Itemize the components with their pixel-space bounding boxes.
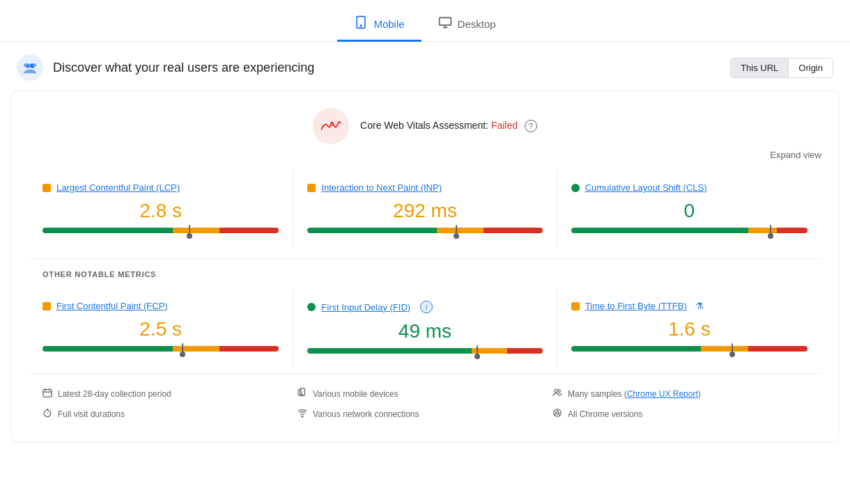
lcp-dot [42, 184, 51, 192]
fid-bar-marker [477, 345, 478, 356]
footer-chrome-versions: All Chrome versions [552, 405, 808, 423]
footer-collection-period: Latest 28-day collection period [42, 385, 298, 402]
fcp-bar [42, 346, 279, 352]
ttfb-bar [571, 346, 808, 352]
footer-mobile-devices: Various mobile devices [298, 385, 552, 402]
tab-mobile[interactable]: Mobile [337, 8, 421, 42]
svg-rect-10 [43, 390, 52, 397]
lcp-bar-red [219, 228, 279, 233]
metric-lcp: Largest Contentful Paint (LCP) 2.8 s [29, 171, 293, 247]
avatar [17, 54, 43, 81]
header-left: Discover what your real users are experi… [17, 54, 314, 81]
chrome-ux-report-link[interactable]: Chrome UX Report [627, 389, 698, 399]
footer-network-text: Various network connections [313, 409, 419, 419]
cls-dot [571, 184, 580, 192]
footer-many-samples-text: Many samples (Chrome UX Report) [568, 389, 701, 399]
metric-fid: First Input Delay (FID) i 49 ms [293, 290, 557, 368]
fcp-dot [42, 302, 51, 310]
footer-network: Various network connections [298, 405, 552, 423]
fcp-bar-red [219, 346, 279, 352]
assessment-icon [313, 108, 349, 144]
fid-bar-red [507, 348, 543, 354]
svg-point-19 [44, 410, 51, 417]
chrome-icon [552, 408, 562, 420]
svg-point-23 [302, 416, 303, 417]
lcp-value: 2.8 s [42, 200, 279, 222]
inp-bar [307, 228, 542, 233]
fcp-bar-orange [173, 346, 220, 352]
fcp-label[interactable]: First Contentful Paint (FCP) [56, 301, 168, 311]
calendar-icon [42, 388, 52, 400]
tab-desktop-label: Desktop [458, 18, 496, 30]
desktop-icon [438, 15, 452, 33]
svg-point-25 [556, 411, 559, 414]
inp-bar-marker [456, 225, 457, 236]
fcp-value: 2.5 s [42, 318, 279, 340]
footer-chrome-versions-text: All Chrome versions [568, 409, 642, 419]
other-metrics-grid: First Contentful Paint (FCP) 2.5 s First… [29, 290, 821, 368]
fid-bar [307, 348, 542, 354]
inp-bar-green [307, 228, 437, 233]
mobile-icon [354, 15, 368, 33]
footer-info: Latest 28-day collection period Various … [29, 373, 821, 425]
url-origin-toggle: This URL Origin [730, 58, 833, 78]
svg-point-18 [558, 390, 561, 393]
lcp-bar-orange [173, 228, 220, 233]
svg-line-22 [47, 412, 49, 414]
svg-point-16 [302, 394, 302, 395]
main-card: Core Web Vitals Assessment: Failed ? Exp… [11, 90, 839, 443]
fid-info-icon[interactable]: i [420, 301, 433, 313]
ttfb-experimental-icon: ⚗ [695, 301, 704, 311]
page-title: Discover what your real users are experi… [53, 61, 314, 75]
inp-dot [307, 184, 316, 192]
header-row: Discover what your real users are experi… [0, 42, 850, 90]
assessment-title-text: Core Web Vitals Assessment: Failed ? [360, 120, 537, 132]
cls-bar-red [777, 228, 808, 233]
footer-full-visit-text: Full visit durations [58, 409, 125, 419]
metric-inp: Interaction to Next Paint (INP) 292 ms [293, 171, 557, 247]
expand-view-button[interactable]: Expand view [29, 150, 821, 160]
section-divider [29, 258, 821, 259]
users-icon [552, 388, 562, 400]
lcp-label[interactable]: Largest Contentful Paint (LCP) [56, 182, 180, 193]
svg-rect-2 [439, 17, 451, 25]
timer-icon [42, 408, 52, 420]
ttfb-dot [571, 302, 580, 310]
network-icon [298, 408, 307, 420]
ttfb-bar-orange [701, 346, 748, 352]
fid-dot [307, 303, 316, 311]
footer-many-samples: Many samples (Chrome UX Report) [552, 385, 808, 402]
cls-bar-green [571, 228, 749, 233]
cls-label[interactable]: Cumulative Layout Shift (CLS) [585, 182, 707, 193]
cls-value: 0 [571, 200, 808, 222]
inp-bar-red [484, 228, 542, 233]
assessment-status: Failed [491, 120, 518, 131]
fid-label[interactable]: First Input Delay (FID) [321, 302, 410, 313]
metric-cls: Cumulative Layout Shift (CLS) 0 [557, 171, 821, 247]
other-metrics-label: OTHER NOTABLE METRICS [29, 270, 821, 278]
inp-label[interactable]: Interaction to Next Paint (INP) [321, 182, 442, 193]
assessment-info-icon[interactable]: ? [525, 120, 537, 132]
svg-point-5 [21, 58, 39, 77]
cls-bar [571, 228, 808, 233]
footer-mobile-devices-text: Various mobile devices [313, 389, 399, 399]
ttfb-bar-red [748, 346, 808, 352]
lcp-bar-green [42, 228, 173, 233]
svg-point-17 [555, 389, 557, 392]
svg-point-1 [361, 25, 362, 26]
lcp-bar [42, 228, 279, 233]
inp-bar-orange [437, 228, 484, 233]
svg-point-9 [33, 63, 36, 67]
tab-bar: Mobile Desktop [0, 0, 850, 42]
origin-button[interactable]: Origin [789, 58, 833, 77]
tab-mobile-label: Mobile [373, 18, 404, 30]
fcp-bar-marker [182, 343, 183, 354]
cls-bar-orange [748, 228, 777, 233]
fid-bar-green [307, 348, 472, 354]
inp-value: 292 ms [307, 200, 542, 222]
cls-bar-marker [770, 225, 771, 236]
ttfb-label[interactable]: Time to First Byte (TTFB) [585, 301, 687, 311]
this-url-button[interactable]: This URL [731, 58, 789, 77]
footer-collection-text: Latest 28-day collection period [58, 389, 171, 399]
tab-desktop[interactable]: Desktop [422, 8, 513, 42]
